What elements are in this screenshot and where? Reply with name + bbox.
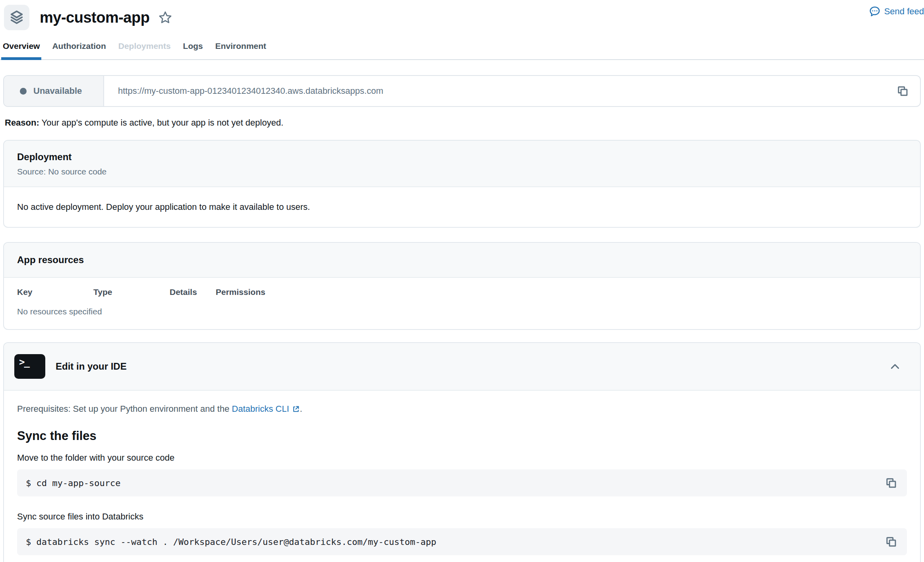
send-feedback-label: Send feed <box>884 6 924 17</box>
copy-icon <box>884 535 897 548</box>
tab-environment-label: Environment <box>215 41 266 50</box>
deployment-empty-message: No active deployment. Deploy your applic… <box>4 187 920 227</box>
resources-empty-message: No resources specified <box>17 307 907 316</box>
copy-url-button[interactable] <box>884 76 920 106</box>
command-sync: databricks sync --watch . /Workspace/Use… <box>37 537 437 547</box>
column-details: Details <box>170 287 216 297</box>
external-link-icon <box>292 405 300 413</box>
app-resources-header: App resources <box>4 243 920 278</box>
shell-prompt: $ <box>26 478 37 488</box>
deployment-title: Deployment <box>17 151 907 163</box>
copy-icon <box>896 85 909 97</box>
code-text-cd: $ cd my-app-source <box>26 478 120 488</box>
status-reason: Reason: Your app's compute is active, bu… <box>5 118 921 128</box>
tab-deployments[interactable]: Deployments <box>118 41 171 59</box>
copy-command-sync-button[interactable] <box>884 535 897 548</box>
tab-environment[interactable]: Environment <box>215 41 266 59</box>
deployment-source: Source: No source code <box>17 167 907 176</box>
tab-deployments-label: Deployments <box>118 41 171 50</box>
column-key: Key <box>17 287 93 297</box>
active-tab-indicator <box>1 57 41 60</box>
edit-in-ide-card: >_ Edit in your IDE Prerequisites: Set u… <box>3 342 921 562</box>
databricks-cli-link[interactable]: Databricks CLI <box>232 404 300 414</box>
feedback-bubble-icon <box>869 6 881 17</box>
prerequisites-suffix: . <box>300 404 302 414</box>
step1-text: Move to the folder with your source code <box>17 453 907 463</box>
page-title: my-custom-app <box>40 9 149 26</box>
databricks-cli-link-label: Databricks CLI <box>232 404 289 414</box>
chevron-up-icon <box>889 362 901 370</box>
terminal-icon: >_ <box>14 354 45 379</box>
tab-bar: Overview Authorization Deployments Logs … <box>0 41 924 60</box>
resources-table-header: Key Type Details Permissions <box>17 287 907 297</box>
app-icon <box>4 5 29 30</box>
edit-in-ide-body: Prerequisites: Set up your Python enviro… <box>4 404 920 562</box>
app-resources-card: App resources Key Type Details Permissio… <box>3 242 921 330</box>
prerequisites-text: Prerequisites: Set up your Python enviro… <box>17 404 907 414</box>
edit-in-ide-header[interactable]: >_ Edit in your IDE <box>4 343 920 391</box>
tab-logs[interactable]: Logs <box>183 41 203 59</box>
tab-logs-label: Logs <box>183 41 203 50</box>
tab-authorization-label: Authorization <box>52 41 106 50</box>
prerequisites-prefix: Prerequisites: Set up your Python enviro… <box>17 404 232 414</box>
status-label: Unavailable <box>33 86 82 96</box>
command-cd: cd my-app-source <box>37 478 121 488</box>
copy-command-cd-button[interactable] <box>884 477 897 489</box>
star-icon <box>158 10 172 25</box>
app-resources-body: Key Type Details Permissions No resource… <box>4 278 920 329</box>
shell-prompt: $ <box>26 537 37 547</box>
sync-files-heading: Sync the files <box>17 429 907 443</box>
tab-authorization[interactable]: Authorization <box>52 41 106 59</box>
status-dot-icon <box>20 88 27 95</box>
code-text-sync: $ databricks sync --watch . /Workspace/U… <box>26 537 436 547</box>
collapse-section-button[interactable] <box>889 362 901 370</box>
step2-text: Sync source files into Databricks <box>17 512 907 522</box>
column-permissions: Permissions <box>216 287 265 297</box>
page-header: my-custom-app Send feed <box>0 0 924 30</box>
column-type: Type <box>93 287 170 297</box>
edit-in-ide-title: Edit in your IDE <box>56 361 127 372</box>
favorite-star-button[interactable] <box>158 10 172 25</box>
tab-overview[interactable]: Overview <box>3 41 40 59</box>
code-block-sync: $ databricks sync --watch . /Workspace/U… <box>17 528 907 555</box>
layers-icon <box>9 10 25 25</box>
app-resources-title: App resources <box>17 254 907 265</box>
send-feedback-link[interactable]: Send feed <box>869 6 924 17</box>
status-reason-text: Your app's compute is active, but your a… <box>39 118 283 128</box>
app-url: https://my-custom-app-0123401234012340.a… <box>104 76 884 106</box>
deployment-card-header: Deployment Source: No source code <box>4 141 920 187</box>
app-status-bar: Unavailable https://my-custom-app-012340… <box>3 75 921 107</box>
deployment-card: Deployment Source: No source code No act… <box>3 140 921 228</box>
status-reason-label: Reason: <box>5 118 39 128</box>
tab-overview-label: Overview <box>3 41 40 50</box>
code-block-cd: $ cd my-app-source <box>17 469 907 496</box>
copy-icon <box>884 477 897 489</box>
status-badge: Unavailable <box>4 76 104 106</box>
